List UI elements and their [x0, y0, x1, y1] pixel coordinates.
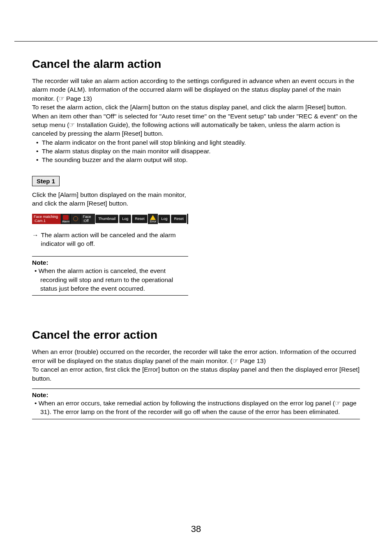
bullet-item: The alarm indicator on the front panel w… — [42, 138, 360, 147]
face-off-segment: Face :Off — [81, 214, 95, 224]
section1-heading: Cancel the alarm action — [32, 58, 360, 71]
note-block-2: Note: When an error occurs, take remedia… — [32, 388, 360, 419]
error-button[interactable]: Error — [148, 214, 158, 224]
section1-bullets: The alarm indicator on the front panel w… — [39, 138, 360, 164]
note-label: Note: — [32, 391, 360, 399]
note-label: Note: — [32, 259, 188, 266]
bullet-item: The sounding buzzer and the alarm output… — [42, 155, 360, 164]
log-button-1[interactable]: Log — [119, 215, 131, 223]
result-row: → The alarm action will be canceled and … — [32, 231, 188, 248]
step-label: Step 1 — [32, 176, 60, 186]
reset-button-2[interactable]: Reset — [171, 215, 187, 223]
warning-icon — [150, 215, 156, 220]
page-content: Cancel the alarm action The recorder wil… — [32, 58, 360, 419]
end-cap — [187, 214, 188, 224]
arrow-icon: → — [32, 231, 41, 248]
alarm-button[interactable]: Alarm — [61, 214, 71, 224]
page-number: 38 — [0, 524, 392, 534]
alarm-icon — [63, 215, 69, 220]
section2: Cancel the error action When an error (t… — [32, 328, 360, 419]
note-block-1: Note: When the alarm action is canceled,… — [32, 256, 188, 296]
step-text: Click the [Alarm] button displayed on th… — [32, 190, 188, 208]
note-text: When an error occurs, take remedial acti… — [32, 399, 360, 416]
thumbnail-button[interactable]: Thumbnail — [95, 215, 118, 223]
alarm-label: Alarm — [62, 220, 69, 223]
error-label: Error — [150, 220, 157, 223]
bullet-item: The alarm status display on the main mon… — [42, 147, 360, 155]
reset-button-1[interactable]: Reset — [132, 215, 148, 223]
log-button-2[interactable]: Log — [158, 215, 170, 223]
step-column: Step 1 Click the [Alarm] button displaye… — [32, 164, 188, 296]
result-text: The alarm action will be canceled and th… — [41, 231, 189, 248]
section2-intro: When an error (trouble) occurred on the … — [32, 347, 360, 383]
bell-icon — [73, 216, 78, 221]
section2-heading: Cancel the error action — [32, 328, 360, 342]
note-text: When the alarm action is canceled, the e… — [32, 266, 188, 293]
section1-intro: The recorder will take an alarm action a… — [32, 76, 360, 138]
status-bar-illustration: Face matching :Cam.1 Alarm Face :Off Thu… — [32, 214, 188, 224]
bell-icon-segment — [71, 214, 81, 224]
face-matching-segment: Face matching :Cam.1 — [32, 214, 61, 224]
top-rule — [14, 41, 378, 42]
